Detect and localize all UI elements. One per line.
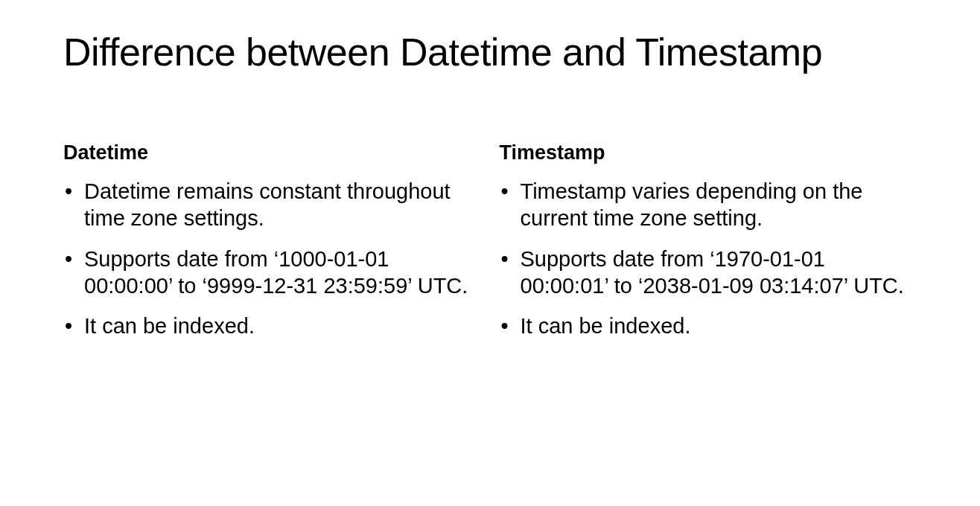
- right-list: Timestamp varies depending on the curren…: [500, 178, 917, 339]
- list-item: Datetime remains constant throughout tim…: [63, 178, 481, 232]
- columns-container: Datetime Datetime remains constant throu…: [63, 141, 917, 353]
- left-list: Datetime remains constant throughout tim…: [63, 178, 481, 339]
- list-item: Supports date from ‘1970-01-01 00:00:01’…: [500, 246, 917, 300]
- left-column: Datetime Datetime remains constant throu…: [63, 141, 481, 353]
- list-item: It can be indexed.: [63, 313, 481, 339]
- right-heading: Timestamp: [500, 141, 917, 164]
- left-heading: Datetime: [63, 141, 481, 164]
- slide: Difference between Datetime and Timestam…: [0, 0, 980, 506]
- list-item: It can be indexed.: [500, 313, 917, 339]
- list-item: Supports date from ‘1000-01-01 00:00:00’…: [63, 246, 481, 300]
- right-column: Timestamp Timestamp varies depending on …: [500, 141, 917, 353]
- list-item: Timestamp varies depending on the curren…: [500, 178, 917, 232]
- slide-title: Difference between Datetime and Timestam…: [63, 30, 917, 74]
